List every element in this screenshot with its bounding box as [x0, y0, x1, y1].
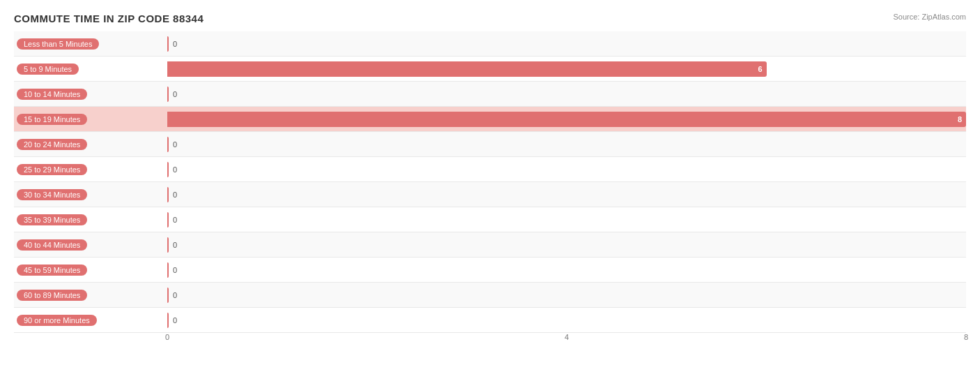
chart-source: Source: ZipAtlas.com: [893, 13, 966, 21]
bar-label-pill: 10 to 14 Minutes: [17, 89, 87, 100]
x-axis: 048: [167, 333, 966, 347]
bar-label-pill: 40 to 44 Minutes: [17, 239, 87, 251]
bar-track: 0: [167, 182, 966, 207]
bar-row: Less than 5 Minutes0: [14, 31, 966, 57]
bar-track: 0: [167, 207, 966, 232]
bar-label-pill: Less than 5 Minutes: [17, 38, 99, 50]
bar-track: 0: [167, 258, 966, 282]
bar-label-pill: 45 to 59 Minutes: [17, 265, 87, 276]
bar-label-pill: 15 to 19 Minutes: [17, 114, 87, 125]
bar-value-zero: 0: [173, 291, 177, 299]
bar-fill: [167, 262, 169, 278]
x-axis-tick: 4: [565, 333, 569, 341]
bar-fill: [167, 187, 169, 202]
bar-value-zero: 0: [173, 266, 177, 274]
bar-fill: [167, 137, 169, 152]
bar-value-zero: 0: [173, 241, 177, 249]
bar-label: 10 to 14 Minutes: [14, 82, 167, 106]
bar-value: 6: [758, 65, 762, 73]
bar-row: 10 to 14 Minutes0: [14, 82, 966, 107]
bar-label: 40 to 44 Minutes: [14, 232, 167, 257]
bar-label: 45 to 59 Minutes: [14, 258, 167, 282]
bar-row: 30 to 34 Minutes0: [14, 182, 966, 207]
bar-label: Less than 5 Minutes: [14, 31, 167, 56]
bar-label-pill: 5 to 9 Minutes: [17, 64, 79, 75]
bar-label: 25 to 29 Minutes: [14, 157, 167, 181]
bar-value-zero: 0: [173, 90, 177, 98]
bar-label: 35 to 39 Minutes: [14, 207, 167, 232]
bar-value-zero: 0: [173, 216, 177, 224]
bar-row: 60 to 89 Minutes0: [14, 283, 966, 308]
bar-track: 0: [167, 157, 966, 181]
bar-fill: 6: [167, 61, 767, 77]
bar-value-zero: 0: [173, 140, 177, 149]
bar-label: 90 or more Minutes: [14, 308, 167, 332]
bar-label-pill: 30 to 34 Minutes: [17, 189, 87, 200]
bar-track: 0: [167, 283, 966, 307]
bar-label: 15 to 19 Minutes: [14, 107, 167, 131]
bar-row: 45 to 59 Minutes0: [14, 258, 966, 283]
bar-track: 0: [167, 31, 966, 56]
bar-label-pill: 35 to 39 Minutes: [17, 214, 87, 225]
bar-fill: [167, 87, 169, 102]
bar-track: 8: [167, 107, 966, 131]
bar-value-zero: 0: [173, 165, 177, 174]
bar-track: 6: [167, 57, 966, 81]
bar-row: 5 to 9 Minutes6: [14, 57, 966, 82]
bar-row: 35 to 39 Minutes0: [14, 207, 966, 232]
bar-label: 60 to 89 Minutes: [14, 283, 167, 307]
bar-fill: [167, 288, 169, 303]
bar-label-pill: 60 to 89 Minutes: [17, 290, 87, 301]
bar-track: 0: [167, 308, 966, 332]
bar-label-pill: 90 or more Minutes: [17, 315, 97, 326]
bar-track: 0: [167, 82, 966, 106]
bar-label: 20 to 24 Minutes: [14, 132, 167, 156]
bar-fill: [167, 313, 169, 328]
bar-fill: [167, 237, 169, 253]
bar-value-zero: 0: [173, 191, 177, 199]
bar-row: 90 or more Minutes0: [14, 308, 966, 333]
bar-track: 0: [167, 232, 966, 257]
bar-label: 30 to 34 Minutes: [14, 182, 167, 207]
bar-track: 0: [167, 132, 966, 156]
bar-label: 5 to 9 Minutes: [14, 57, 167, 81]
x-axis-tick: 0: [165, 333, 169, 341]
bar-fill: [167, 212, 169, 228]
x-axis-tick: 8: [964, 333, 968, 341]
bar-row: 20 to 24 Minutes0: [14, 132, 966, 157]
chart-title: COMMUTE TIME IN ZIP CODE 88344: [14, 13, 966, 24]
bar-value-zero: 0: [173, 316, 177, 325]
bar-label-pill: 25 to 29 Minutes: [17, 164, 87, 175]
bar-fill: [167, 36, 169, 52]
bar-fill: 8: [167, 112, 966, 127]
bar-fill: [167, 162, 169, 177]
chart-container: COMMUTE TIME IN ZIP CODE 88344 Source: Z…: [0, 0, 980, 365]
bar-value-zero: 0: [173, 40, 177, 48]
bar-label-pill: 20 to 24 Minutes: [17, 139, 87, 150]
bar-row: 25 to 29 Minutes0: [14, 157, 966, 182]
bar-row: 40 to 44 Minutes0: [14, 232, 966, 258]
bar-row: 15 to 19 Minutes8: [14, 107, 966, 132]
bar-value: 8: [958, 115, 962, 124]
bars-area: Less than 5 Minutes05 to 9 Minutes610 to…: [14, 31, 966, 333]
